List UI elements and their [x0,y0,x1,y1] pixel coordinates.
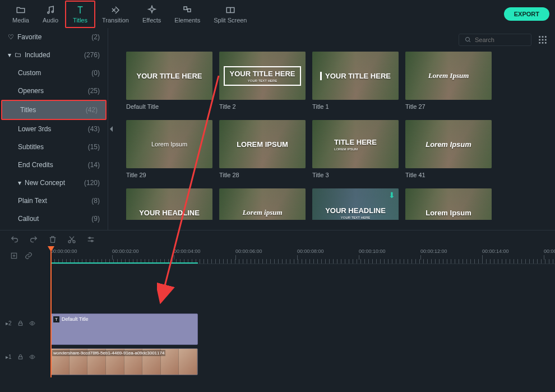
thumbnail-overlay-text: Lorem ipsum [242,208,282,217]
title-clip[interactable]: T Default Title [50,313,198,345]
tab-label: Elements [174,17,200,24]
tab-audio[interactable]: Audio [36,2,65,27]
text-icon [75,5,85,15]
lock-icon[interactable] [17,320,24,326]
svg-point-28 [31,322,33,324]
sidebar-item-end-credits[interactable]: End Credits(14) [0,156,108,174]
cut-icon[interactable] [67,235,76,244]
tab-media[interactable]: Media [6,2,36,27]
export-button[interactable]: EXPORT [504,7,549,21]
add-marker-icon[interactable] [10,252,19,261]
transition-icon [110,5,121,15]
eye-icon[interactable] [29,320,35,326]
title-thumbnail[interactable]: Lorem IpsumTitle 27 [405,52,492,110]
tab-elements[interactable]: Elements [168,2,207,27]
video-clip[interactable]: wondershare-9ccd78f6-5eb1-4469-91ea-a09d… [50,348,198,375]
ruler-timestamp: 00:00:04:00 [174,248,201,254]
search-input[interactable] [475,36,525,43]
sidebar-item-plain-text[interactable]: Plain Text(8) [0,192,108,210]
title-thumbnail[interactable]: Lorem IpsumTitle 29 [126,120,212,178]
adjust-icon[interactable] [86,235,95,244]
sidebar-item-new-concept[interactable]: ▾New Concept(120) [0,174,108,192]
chevron-down-icon: ▾ [18,179,21,187]
text-clip-icon: T [53,316,59,322]
chevron-down-icon: ▾ [8,51,11,59]
sidebar-item-count: (2) [91,33,100,41]
thumbnail-overlay-text: Lorem Ipsum [151,141,187,147]
redo-icon[interactable] [29,235,38,244]
thumbnail-overlay-text: LOREM IPSUM [237,140,288,149]
title-thumbnail[interactable]: YOUR TITLE HEREDefault Title [126,52,212,110]
timeline: 00:00:00:0000:00:02:0000:00:04:0000:00:0… [0,248,555,391]
thumbnail-overlay-text: YOUR HEADLINE [139,209,200,217]
sidebar-item-count: (276) [84,51,100,59]
grid-view-icon[interactable] [538,35,547,44]
sidebar-item-openers[interactable]: Openers(25) [0,82,108,100]
title-thumbnail[interactable]: Lorem IpsumTitle 41 [405,120,492,178]
sidebar-item-included[interactable]: ▾Included(276) [0,46,108,64]
title-thumbnail[interactable]: YOUR TITLE HERETitle 1 [312,52,399,110]
tab-label: Titles [73,17,87,24]
tab-titles[interactable]: Titles [65,1,95,28]
sidebar-item-custom[interactable]: Custom(0) [0,64,108,82]
thumbnail-label: Title 1 [312,103,399,110]
sidebar-item-label: Openers [18,87,44,95]
thumbnail-label: Title 41 [405,172,492,178]
eye-icon[interactable] [29,354,35,360]
title-thumbnail[interactable]: YOUR TITLE HEREYOUR TEXT HERETitle 2 [219,52,306,110]
sidebar-item-callout[interactable]: Callout(9) [0,210,108,228]
sidebar-item-label: Included [25,51,50,59]
title-thumbnail[interactable]: YOUR HEADLINEYOUR TEXT HERE⬇ [312,188,399,220]
shapes-icon [182,5,192,15]
sidebar-item-count: (14) [88,161,100,169]
delete-icon[interactable] [48,235,57,244]
sidebar-item-favorite[interactable]: ♡Favorite(2) [0,28,108,46]
search-icon [465,36,471,43]
content-area: ♡Favorite(2)▾Included(276)Custom(0)Opene… [0,28,555,230]
thumbnail-preview: Lorem ipsum [219,188,306,220]
search-box[interactable] [459,34,531,46]
lock-icon[interactable] [17,354,24,360]
tab-label: Transition [102,17,129,24]
thumbnail-preview: Lorem Ipsum [405,52,492,100]
music-icon [45,5,55,15]
time-ruler[interactable]: 00:00:00:0000:00:02:0000:00:04:0000:00:0… [50,248,555,264]
ruler-timestamp: 00:00:08:00 [297,248,324,254]
ruler-timestamp: 00:00:14:00 [482,248,509,254]
thumbnail-preview: YOUR TITLE HEREYOUR TEXT HERE [219,52,306,100]
thumbnail-preview: TITLE HERELOREM IPSUM [312,120,399,168]
svg-rect-14 [539,42,540,44]
download-icon[interactable]: ⬇ [388,191,395,200]
thumbnails-panel: YOUR TITLE HEREDefault TitleYOUR TITLE H… [115,28,555,230]
thumbnail-overlay-text: YOUR TITLE HERE [320,72,391,80]
svg-rect-11 [539,39,540,41]
svg-rect-29 [18,357,22,359]
title-thumbnail[interactable]: TITLE HERELOREM IPSUMTitle 3 [312,120,399,178]
sidebar-item-lower-3rds[interactable]: Lower 3rds(43) [0,120,108,138]
collapse-handle[interactable] [108,28,115,230]
timeline-header: 00:00:00:0000:00:02:0000:00:04:0000:00:0… [0,248,555,264]
thumbnail-preview: YOUR HEADLINEYOUR TEXT HERE⬇ [312,188,399,220]
thumbnail-grid: YOUR TITLE HEREDefault TitleYOUR TITLE H… [115,52,555,220]
sidebar-item-subtitles[interactable]: Subtitles(15) [0,138,108,156]
title-thumbnail[interactable]: Lorem ipsum [219,188,306,220]
title-thumbnail[interactable]: YOUR HEADLINE [126,188,212,220]
tab-effects[interactable]: Effects [136,2,168,27]
svg-point-1 [52,11,53,12]
title-thumbnail[interactable]: Lorem Ipsum [405,188,492,220]
tab-transition[interactable]: Transition [95,2,136,27]
sidebar-item-titles[interactable]: Titles(42) [1,100,107,120]
thumbnail-overlay-text: TITLE HERELOREM IPSUM [334,138,377,151]
link-icon[interactable] [25,252,34,261]
svg-rect-8 [539,36,540,38]
title-thumbnail[interactable]: LOREM IPSUMTitle 28 [219,120,306,178]
undo-icon[interactable] [10,235,19,244]
sidebar-item-count: (42) [86,106,98,114]
svg-rect-16 [545,42,547,44]
ruler-timestamp: 00:00:06:00 [235,248,262,254]
timeline-toolbar [0,230,555,248]
playhead[interactable] [50,248,52,377]
sidebar-item-count: (43) [88,125,100,133]
tab-splitscreen[interactable]: Split Screen [207,2,253,27]
svg-point-0 [48,12,49,13]
